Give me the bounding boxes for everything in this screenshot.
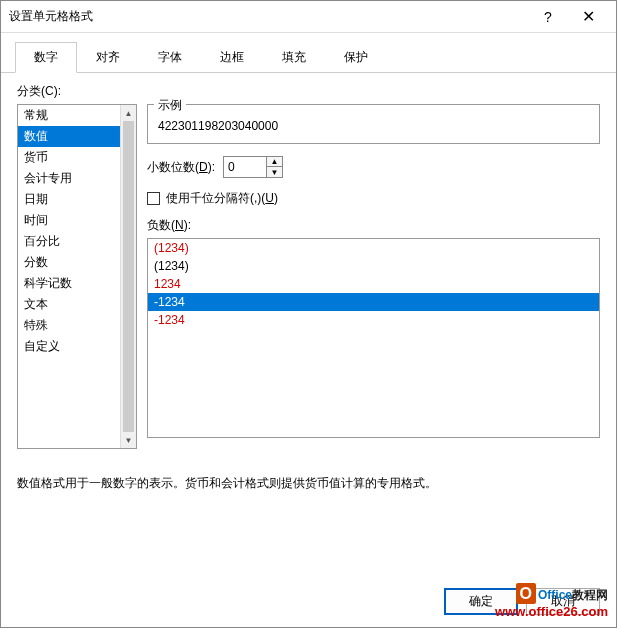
category-item[interactable]: 货币	[18, 147, 136, 168]
decimal-places-input[interactable]	[224, 157, 266, 177]
thousands-separator-checkbox[interactable]	[147, 192, 160, 205]
scroll-thumb[interactable]	[123, 121, 134, 432]
tab-bar: 数字 对齐 字体 边框 填充 保护	[1, 33, 616, 73]
close-button[interactable]: ✕	[568, 2, 608, 32]
category-item[interactable]: 时间	[18, 210, 136, 231]
negative-format-item[interactable]: -1234	[148, 293, 599, 311]
tab-protection[interactable]: 保护	[325, 42, 387, 73]
cancel-button[interactable]: 取消	[526, 588, 600, 615]
category-label: 分类(C):	[17, 83, 600, 100]
spinner-down-icon[interactable]: ▼	[267, 167, 282, 177]
category-listbox[interactable]: 常规数值货币会计专用日期时间百分比分数科学记数文本特殊自定义 ▲ ▼	[17, 104, 137, 449]
negative-numbers-listbox[interactable]: (1234)(1234)1234-1234-1234	[147, 238, 600, 438]
negative-numbers-label: 负数(N):	[147, 217, 600, 234]
sample-value: 422301198203040000	[156, 113, 591, 135]
thousands-separator-label: 使用千位分隔符(,)(U)	[166, 190, 278, 207]
category-item[interactable]: 分数	[18, 252, 136, 273]
scroll-up-icon[interactable]: ▲	[121, 105, 136, 121]
format-description: 数值格式用于一般数字的表示。货币和会计格式则提供货币值计算的专用格式。	[1, 459, 616, 502]
tab-number[interactable]: 数字	[15, 42, 77, 73]
category-item[interactable]: 文本	[18, 294, 136, 315]
category-item[interactable]: 科学记数	[18, 273, 136, 294]
category-item[interactable]: 百分比	[18, 231, 136, 252]
category-scrollbar[interactable]: ▲ ▼	[120, 105, 136, 448]
spinner-up-icon[interactable]: ▲	[267, 157, 282, 167]
help-button[interactable]: ?	[528, 2, 568, 32]
category-item[interactable]: 常规	[18, 105, 136, 126]
category-item[interactable]: 自定义	[18, 336, 136, 357]
tab-border[interactable]: 边框	[201, 42, 263, 73]
decimal-places-label: 小数位数(D):	[147, 159, 215, 176]
category-item[interactable]: 特殊	[18, 315, 136, 336]
dialog-title: 设置单元格格式	[9, 8, 528, 25]
category-item[interactable]: 数值	[18, 126, 136, 147]
category-item[interactable]: 日期	[18, 189, 136, 210]
negative-format-item[interactable]: (1234)	[148, 257, 599, 275]
tab-alignment[interactable]: 对齐	[77, 42, 139, 73]
decimal-places-spinner[interactable]: ▲ ▼	[223, 156, 283, 178]
category-item[interactable]: 会计专用	[18, 168, 136, 189]
tab-font[interactable]: 字体	[139, 42, 201, 73]
negative-format-item[interactable]: -1234	[148, 311, 599, 329]
sample-label: 示例	[154, 97, 186, 114]
scroll-down-icon[interactable]: ▼	[121, 432, 136, 448]
tab-fill[interactable]: 填充	[263, 42, 325, 73]
negative-format-item[interactable]: (1234)	[148, 239, 599, 257]
negative-format-item[interactable]: 1234	[148, 275, 599, 293]
ok-button[interactable]: 确定	[444, 588, 518, 615]
